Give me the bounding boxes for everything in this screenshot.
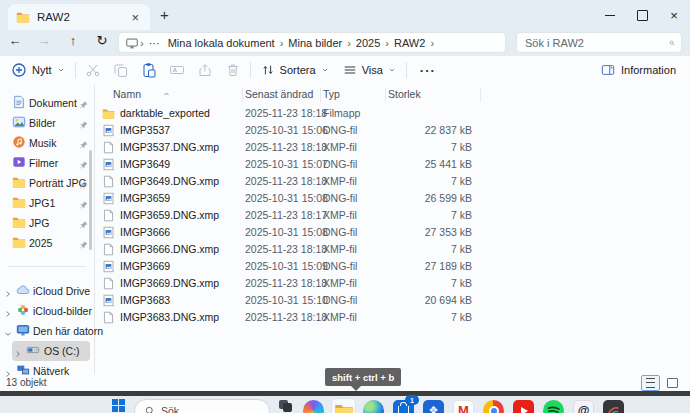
maximize-button[interactable]: [626, 0, 658, 30]
column-header-namn[interactable]: Namn: [113, 88, 141, 100]
darktable-taskbar-button[interactable]: [602, 399, 625, 413]
sidebar-item-os-c-[interactable]: OS (C:): [0, 341, 94, 361]
gmail-taskbar-button[interactable]: M: [452, 399, 475, 413]
copy-button[interactable]: [107, 58, 135, 82]
file-size: 7 kB: [376, 311, 472, 323]
details-pane-button[interactable]: Information: [601, 63, 690, 77]
expander-chevron-icon[interactable]: [13, 345, 23, 355]
store-taskbar-button[interactable]: 1: [392, 399, 415, 413]
file-modified: 2025-11-23 18:18: [245, 311, 327, 323]
new-tab-button[interactable]: +: [160, 6, 169, 23]
start-button[interactable]: [112, 399, 126, 413]
expander-chevron-icon[interactable]: [3, 305, 13, 315]
sidebar-item-filmer[interactable]: Filmer: [0, 153, 94, 173]
details-view-toggle[interactable]: [641, 375, 660, 391]
close-button[interactable]: ×: [658, 0, 690, 30]
up-button[interactable]: ↑: [62, 33, 84, 48]
sidebar-item-icloud-bilder[interactable]: iCloud-bilder: [0, 301, 94, 321]
sidebar-item-bilder[interactable]: Bilder: [0, 113, 94, 133]
expander-chevron-icon[interactable]: [3, 325, 13, 335]
thumbnails-view-toggle[interactable]: [663, 375, 682, 391]
file-explorer-taskbar-button[interactable]: [332, 399, 355, 413]
file-row[interactable]: IMGP3659.DNG.xmp 2025-11-23 18:17 XMP-fi…: [96, 207, 690, 224]
search-box[interactable]: [516, 32, 682, 53]
breadcrumb-chevron[interactable]: ›: [429, 37, 435, 49]
file-name: IMGP3666: [120, 226, 170, 238]
new-button[interactable]: Nytt: [4, 58, 72, 82]
file-row[interactable]: IMGP3666.DNG.xmp 2025-11-23 18:18 XMP-fi…: [96, 241, 690, 258]
spotify-taskbar-button[interactable]: [542, 399, 565, 413]
trash-icon: [225, 62, 241, 78]
file-row[interactable]: IMGP3683 2025-10-31 15:10 DNG-fil 20 694…: [96, 292, 690, 309]
back-button[interactable]: ←: [4, 33, 26, 48]
file-row[interactable]: IMGP3537.DNG.xmp 2025-11-23 18:18 XMP-fi…: [96, 139, 690, 156]
xmp-file-icon: [102, 277, 115, 290]
sidebar-scrollbar[interactable]: [89, 150, 92, 250]
file-row[interactable]: IMGP3683.DNG.xmp 2025-11-23 18:18 XMP-fi…: [96, 309, 690, 326]
file-row[interactable]: IMGP3649 2025-10-31 15:07 DNG-fil 25 441…: [96, 156, 690, 173]
column-header-senast-ndrad[interactable]: Senast ändrad: [245, 88, 313, 100]
paste-button[interactable]: [135, 58, 163, 82]
plus-circle-icon: [11, 62, 27, 78]
sidebar-item-jpg[interactable]: JPG: [0, 213, 94, 233]
file-row[interactable]: IMGP3659 2025-10-31 15:08 DNG-fil 26 599…: [96, 190, 690, 207]
file-type: XMP-fil: [323, 209, 357, 221]
file-type: DNG-fil: [323, 192, 357, 204]
column-header-storlek[interactable]: Storlek: [388, 88, 421, 100]
file-row[interactable]: IMGP3666 2025-10-31 15:08 DNG-fil 27 353…: [96, 224, 690, 241]
refresh-button[interactable]: ↻: [91, 33, 113, 48]
file-modified: 2025-10-31 15:09: [245, 260, 328, 272]
sidebar-item-musik[interactable]: Musik: [0, 133, 94, 153]
breadcrumb-item[interactable]: 2025: [352, 37, 384, 49]
sidebar-item-jpg1[interactable]: JPG1: [0, 193, 94, 213]
sidebar-item-label: JPG: [29, 217, 49, 229]
breadcrumb-ellipsis[interactable]: ···: [145, 37, 164, 49]
copilot-taskbar-button[interactable]: [302, 399, 325, 413]
computer-icon: [16, 323, 30, 337]
sort-button[interactable]: Sortera: [254, 58, 336, 82]
rename-button[interactable]: [163, 58, 191, 82]
breadcrumb-item[interactable]: Mina lokala dokument: [164, 37, 279, 49]
taskbar-search[interactable]: Sök: [134, 399, 270, 413]
share-button[interactable]: [191, 58, 219, 82]
chrome-taskbar-button[interactable]: [482, 399, 505, 413]
info-panel-icon: [601, 63, 615, 77]
view-button[interactable]: Visa: [336, 58, 403, 82]
view-button-label: Visa: [362, 64, 383, 76]
forward-button[interactable]: →: [33, 33, 55, 48]
delete-button[interactable]: [219, 58, 247, 82]
tab-close-icon[interactable]: ×: [128, 10, 142, 25]
file-row[interactable]: darktable_exported 2025-11-23 18:18 Film…: [96, 105, 690, 122]
file-modified: 2025-11-23 18:18: [245, 141, 327, 153]
window-tab[interactable]: RAW2 ×: [8, 4, 150, 30]
breadcrumb-item[interactable]: RAW2: [390, 37, 429, 49]
file-row[interactable]: IMGP3669 2025-10-31 15:09 DNG-fil 27 189…: [96, 258, 690, 275]
youtube-taskbar-button[interactable]: [512, 399, 535, 413]
cut-button[interactable]: [79, 58, 107, 82]
sidebar-item-icloud-drive[interactable]: iCloud Drive: [0, 281, 94, 301]
sidebar-item-portr-tt-jpg[interactable]: Porträtt JPG: [0, 173, 94, 193]
file-row[interactable]: IMGP3669.DNG.xmp 2025-11-23 18:18 XMP-fi…: [96, 275, 690, 292]
search-input[interactable]: [523, 36, 669, 50]
file-row[interactable]: IMGP3537 2025-10-31 15:06 DNG-fil 22 837…: [96, 122, 690, 139]
sidebar-item-dokument[interactable]: Dokument: [0, 93, 94, 113]
expander-chevron-icon[interactable]: [3, 365, 13, 375]
sidebar-item-2025[interactable]: 2025: [0, 233, 94, 253]
file-size: 7 kB: [376, 277, 472, 289]
breadcrumb[interactable]: ›···Mina lokala dokument›Mina bilder›202…: [118, 32, 506, 53]
photos-app-taskbar-button[interactable]: ❖: [422, 399, 445, 413]
file-row[interactable]: IMGP3649.DNG.xmp 2025-11-23 18:18 XMP-fi…: [96, 173, 690, 190]
file-size: 7 kB: [376, 175, 472, 187]
threads-taskbar-button[interactable]: @: [572, 399, 595, 413]
file-modified: 2025-11-23 18:18: [245, 243, 327, 255]
file-modified: 2025-10-31 15:08: [245, 226, 328, 238]
sidebar-item-den-h-r-datorn[interactable]: Den här datorn: [0, 321, 94, 341]
minimize-button[interactable]: [594, 0, 626, 30]
edge-taskbar-button[interactable]: [362, 399, 385, 413]
more-options-button[interactable]: ···: [410, 63, 446, 78]
breadcrumb-item[interactable]: Mina bilder: [284, 37, 346, 49]
expander-chevron-icon[interactable]: [3, 285, 13, 295]
this-pc-icon: [125, 36, 139, 50]
column-header-typ[interactable]: Typ: [323, 88, 340, 100]
task-view-button[interactable]: [279, 400, 292, 412]
